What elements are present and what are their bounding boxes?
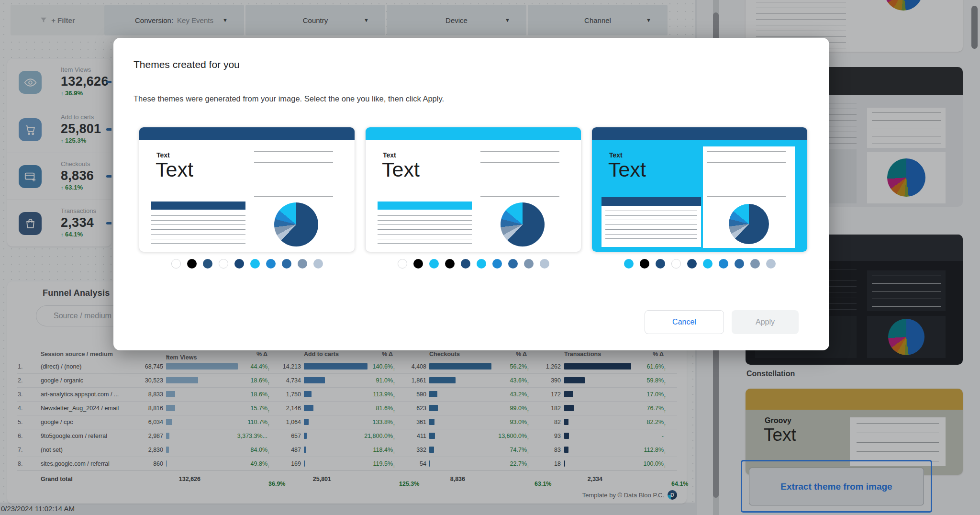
theme-3-palette (591, 259, 808, 269)
theme-2-palette (365, 259, 581, 269)
theme-option-2[interactable]: Text Text (365, 127, 581, 252)
palette-swatch (750, 259, 760, 269)
palette-swatch (671, 259, 681, 269)
pie-chart-icon (729, 204, 769, 244)
palette-swatch (540, 259, 549, 269)
preview-header-bar (139, 127, 355, 140)
palette-swatch (492, 259, 502, 269)
theme-option-3[interactable]: Text Text (591, 127, 808, 252)
palette-swatch (171, 259, 181, 269)
preview-accent-bar (601, 197, 701, 206)
pie-chart-icon (274, 202, 318, 246)
palette-swatch (219, 259, 228, 269)
palette-swatch (187, 259, 197, 269)
palette-swatch (687, 259, 697, 269)
palette-swatch (719, 259, 728, 269)
preview-table-lines (151, 215, 245, 244)
themes-dialog: Themes created for you These themes were… (113, 38, 829, 350)
palette-swatch (266, 259, 276, 269)
preview-header-bar (592, 127, 807, 140)
palette-swatch (624, 259, 634, 269)
palette-swatch (282, 259, 291, 269)
palette-swatch (508, 259, 518, 269)
theme-1-palette (139, 259, 355, 269)
palette-swatch (398, 259, 407, 269)
palette-swatch (250, 259, 260, 269)
preview-big-text: Text (382, 158, 420, 181)
preview-table-lines (378, 215, 472, 244)
bar-chart-icon (480, 150, 559, 197)
palette-swatch (313, 259, 323, 269)
preview-header-bar (366, 127, 581, 140)
preview-accent-bar (378, 202, 472, 210)
palette-swatch (766, 259, 776, 269)
palette-swatch (429, 259, 439, 269)
palette-swatch (735, 259, 744, 269)
cancel-button[interactable]: Cancel (645, 310, 724, 334)
preview-big-text: Text (156, 158, 193, 181)
dialog-description: These themes were generated from your im… (134, 94, 444, 103)
bar-chart-icon (707, 150, 786, 197)
palette-swatch (461, 259, 470, 269)
palette-swatch (656, 259, 665, 269)
theme-option-1[interactable]: Text Text (139, 127, 355, 252)
palette-swatch (477, 259, 486, 269)
palette-swatch (445, 259, 455, 269)
pie-chart-icon (501, 202, 545, 246)
dialog-title: Themes created for you (134, 59, 240, 70)
preview-table-lines (605, 211, 697, 243)
palette-swatch (203, 259, 212, 269)
looker-studio-screen: + Filter Conversion: Key Events ▼ Countr… (0, 0, 980, 515)
bar-chart-icon (254, 150, 333, 197)
palette-swatch (298, 259, 307, 269)
preview-big-text: Text (608, 158, 646, 181)
palette-swatch (234, 259, 244, 269)
palette-swatch (413, 259, 423, 269)
palette-swatch (703, 259, 713, 269)
preview-accent-bar (151, 202, 245, 210)
palette-swatch (524, 259, 534, 269)
apply-button[interactable]: Apply (732, 310, 799, 334)
palette-swatch (640, 259, 649, 269)
